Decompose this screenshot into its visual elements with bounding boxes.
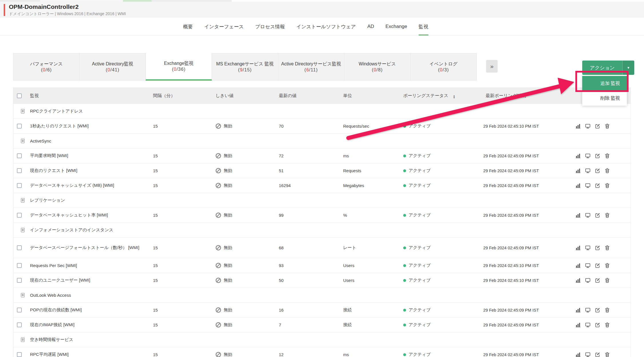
collapse-icon[interactable] <box>21 198 25 202</box>
delete-icon[interactable] <box>605 245 610 250</box>
delete-icon[interactable] <box>605 153 610 159</box>
monitor-icon[interactable] <box>585 168 591 173</box>
monitor-icon[interactable] <box>585 322 591 328</box>
status-dot <box>403 279 406 282</box>
chart-icon[interactable] <box>575 212 581 218</box>
collapse-icon[interactable] <box>21 338 25 342</box>
monitor-name[interactable]: 現在のリクエスト [WMI] <box>30 168 144 173</box>
chart-icon[interactable] <box>575 153 581 159</box>
menu-item-add-monitor[interactable]: 追加 監視 <box>582 76 627 91</box>
col-header-polling-status[interactable]: ポーリングステータス ▲▼ <box>403 93 483 99</box>
row-checkbox[interactable] <box>17 183 22 188</box>
chart-icon[interactable] <box>575 278 581 283</box>
collapse-icon[interactable] <box>21 293 25 297</box>
monitor-name[interactable]: RPC平均遅延 [WMI] <box>30 352 144 357</box>
monitor-name[interactable]: データベースキャッシュサイズ (MB) [WMI] <box>30 183 144 188</box>
monitor-name[interactable]: データベースキャッシュヒット率 [WMI] <box>30 212 144 218</box>
mtab-active-directory[interactable]: Active Directory監視 (0/41) <box>79 53 146 80</box>
monitor-name[interactable]: Requests Per Sec [WMI] <box>30 263 144 268</box>
row-checkbox[interactable] <box>17 245 22 250</box>
monitor-icon[interactable] <box>585 183 591 188</box>
chart-icon[interactable] <box>575 245 581 250</box>
more-tabs-button[interactable]: » <box>486 60 498 73</box>
mtab-windows-services[interactable]: Windowsサービス (0/8) <box>344 53 410 80</box>
collapse-icon[interactable] <box>21 139 25 143</box>
edit-icon[interactable] <box>595 183 600 188</box>
mtab-event-log[interactable]: イベントログ (0/3) <box>411 53 476 80</box>
chart-icon[interactable] <box>575 123 581 129</box>
tab-monitors[interactable]: 監視 <box>419 18 428 35</box>
edit-icon[interactable] <box>595 212 600 218</box>
disabled-icon <box>216 263 221 268</box>
monitor-icon[interactable] <box>585 263 591 268</box>
mtab-performance[interactable]: パフォーマンス (0/6) <box>13 53 79 80</box>
chart-icon[interactable] <box>575 263 581 268</box>
delete-icon[interactable] <box>605 307 610 313</box>
delete-icon[interactable] <box>605 352 610 357</box>
status-cell: アクティブ <box>403 168 483 173</box>
monitor-icon[interactable] <box>585 153 591 159</box>
row-checkbox[interactable] <box>17 213 22 218</box>
delete-icon[interactable] <box>605 278 610 283</box>
delete-icon[interactable] <box>605 183 610 188</box>
menu-item-delete-monitor[interactable]: 削除 監視 <box>582 91 627 106</box>
collapse-icon[interactable] <box>21 109 25 113</box>
row-checkbox[interactable] <box>17 352 22 357</box>
threshold-cell: 無効 <box>214 307 279 313</box>
actions-button[interactable]: アクション ▼ <box>582 61 634 75</box>
tab-process-info[interactable]: プロセス情報 <box>255 18 285 35</box>
tab-exchange[interactable]: Exchange <box>385 18 407 35</box>
chart-icon[interactable] <box>575 352 581 357</box>
chart-icon[interactable] <box>575 307 581 313</box>
latest-value: 7 <box>279 322 343 327</box>
edit-icon[interactable] <box>595 278 600 283</box>
row-checkbox[interactable] <box>17 153 22 158</box>
row-checkbox[interactable] <box>17 168 22 173</box>
monitor-icon[interactable] <box>585 212 591 218</box>
monitor-name[interactable]: 現在のユニークユーザー [WMI] <box>30 278 144 283</box>
tab-ad[interactable]: AD <box>367 18 374 35</box>
select-all-checkbox[interactable] <box>17 93 22 98</box>
edit-icon[interactable] <box>595 307 600 313</box>
collapse-icon[interactable] <box>21 228 25 232</box>
monitor-name[interactable]: 1秒あたりのリクエスト [WMI] <box>30 123 144 129</box>
monitor-name[interactable]: 現在のIMAP接続 [WMI] <box>30 322 144 328</box>
row-checkbox[interactable] <box>17 308 22 312</box>
chart-icon[interactable] <box>575 183 581 188</box>
mtab-ms-exchange-services[interactable]: MS Exchangeサービス 監視 (9/15) <box>212 53 278 80</box>
edit-icon[interactable] <box>595 123 600 129</box>
tab-installed-software[interactable]: インストールソフトウェア <box>296 18 356 35</box>
delete-icon[interactable] <box>605 322 610 328</box>
chart-icon[interactable] <box>575 168 581 173</box>
edit-icon[interactable] <box>595 245 600 250</box>
status-dot <box>403 184 406 187</box>
tab-overview[interactable]: 概要 <box>183 18 193 35</box>
monitor-name[interactable]: 平均要求時間 [WMI] <box>30 153 144 159</box>
monitor-icon[interactable] <box>585 123 591 129</box>
mtab-exchange[interactable]: Exchange監視 (0/36) <box>146 53 212 81</box>
monitor-icon[interactable] <box>585 278 591 283</box>
edit-icon[interactable] <box>595 153 600 159</box>
delete-icon[interactable] <box>605 212 610 218</box>
monitor-icon[interactable] <box>585 352 591 357</box>
monitor-name[interactable]: データベースページフォールトストール（数/秒） [WMI] <box>30 245 144 250</box>
edit-icon[interactable] <box>595 263 600 268</box>
delete-icon[interactable] <box>605 168 610 173</box>
status-cell: アクティブ <box>403 307 483 313</box>
row-checkbox[interactable] <box>17 278 22 283</box>
monitor-name[interactable]: POPの現在の接続数 [WMI] <box>30 307 144 313</box>
edit-icon[interactable] <box>595 322 600 328</box>
edit-icon[interactable] <box>595 168 600 173</box>
edit-icon[interactable] <box>595 352 600 357</box>
delete-icon[interactable] <box>605 123 610 129</box>
mtab-ad-services[interactable]: Active Directoryサービス監視 (6/11) <box>278 53 344 80</box>
monitor-icon[interactable] <box>585 245 591 250</box>
chart-icon[interactable] <box>575 322 581 328</box>
row-checkbox[interactable] <box>17 263 22 268</box>
monitor-icon[interactable] <box>585 307 591 313</box>
row-checkbox[interactable] <box>17 124 22 129</box>
tab-interfaces[interactable]: インターフェース <box>204 18 244 35</box>
row-checkbox[interactable] <box>17 322 22 327</box>
delete-icon[interactable] <box>605 263 610 268</box>
sort-icon[interactable]: ▲▼ <box>453 95 455 99</box>
